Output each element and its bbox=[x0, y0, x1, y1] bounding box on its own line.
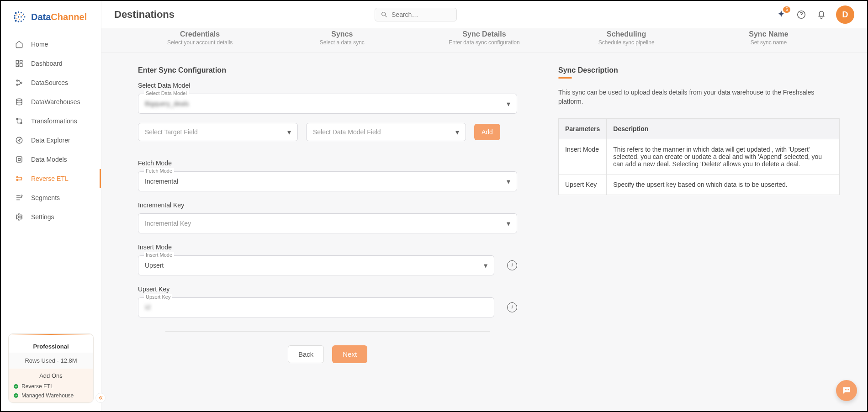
svg-point-35 bbox=[14, 393, 18, 398]
models-icon bbox=[15, 155, 24, 164]
svg-point-3 bbox=[23, 14, 24, 15]
svg-point-7 bbox=[18, 21, 19, 22]
nav: Home Dashboard DataSources DataWarehouse… bbox=[1, 33, 101, 228]
chevron-down-icon: ▾ bbox=[507, 100, 510, 108]
incremental-key-select[interactable]: Incremental Key ▾ bbox=[138, 213, 517, 233]
sidebar-item-settings[interactable]: Settings bbox=[1, 207, 101, 227]
svg-point-38 bbox=[845, 389, 846, 390]
svg-point-8 bbox=[15, 20, 16, 21]
svg-point-31 bbox=[16, 180, 18, 181]
field-label-upsert-key: Upsert Key bbox=[138, 285, 517, 293]
svg-point-25 bbox=[16, 99, 22, 101]
chevron-down-icon: ▾ bbox=[507, 219, 510, 228]
logo[interactable]: DataChannel bbox=[1, 1, 101, 33]
svg-point-6 bbox=[21, 21, 22, 22]
field-label-incremental-key: Incremental Key bbox=[138, 201, 517, 209]
svg-point-32 bbox=[21, 195, 22, 196]
table-row: Insert Mode This refers to the manner in… bbox=[559, 139, 840, 174]
step-scheduling[interactable]: Scheduling Schedule sync pipeline bbox=[556, 30, 698, 46]
sidebar-item-home[interactable]: Home bbox=[1, 35, 101, 54]
plan-addon: Managed Warehouse bbox=[9, 391, 93, 402]
data-model-select[interactable]: Select Data Model Bigquery_deals ▾ bbox=[138, 94, 517, 114]
sparkle-icon[interactable]: 6 bbox=[776, 9, 787, 20]
sidebar-item-label: Data Models bbox=[31, 156, 67, 163]
svg-point-22 bbox=[16, 80, 18, 81]
sidebar-item-transformations[interactable]: Transformations bbox=[1, 111, 101, 131]
svg-point-39 bbox=[847, 389, 847, 390]
svg-point-36 bbox=[382, 12, 386, 16]
model-field-select[interactable]: Select Data Model Field ▾ bbox=[306, 123, 466, 141]
svg-point-17 bbox=[19, 19, 20, 20]
help-icon[interactable] bbox=[796, 9, 807, 20]
bell-icon[interactable] bbox=[816, 9, 827, 20]
page-title: Destinations bbox=[114, 9, 175, 21]
svg-point-1 bbox=[18, 11, 19, 13]
insert-mode-select[interactable]: Insert Mode Upsert ▾ bbox=[138, 255, 494, 275]
step-sync-details[interactable]: Sync Details Enter data sync configurati… bbox=[413, 30, 555, 46]
sidebar-item-models[interactable]: Data Models bbox=[1, 150, 101, 169]
datasources-icon bbox=[15, 78, 24, 87]
svg-rect-21 bbox=[16, 65, 18, 67]
svg-point-27 bbox=[21, 122, 22, 124]
chat-fab[interactable] bbox=[836, 380, 857, 401]
upsert-key-input[interactable]: Upsert Key id bbox=[138, 297, 494, 317]
svg-rect-29 bbox=[16, 157, 22, 162]
sidebar-item-label: Transformations bbox=[31, 117, 77, 125]
svg-point-4 bbox=[24, 16, 26, 17]
svg-point-24 bbox=[21, 82, 22, 84]
svg-point-33 bbox=[18, 216, 21, 218]
sidebar-item-explorer[interactable]: Data Explorer bbox=[1, 131, 101, 150]
table-row: Upsert Key Specify the upsert key based … bbox=[559, 174, 840, 195]
step-sync-name[interactable]: Sync Name Set sync name bbox=[698, 30, 840, 46]
svg-point-14 bbox=[19, 14, 20, 15]
warehouse-icon bbox=[15, 97, 24, 106]
sidebar-item-label: Home bbox=[31, 41, 48, 48]
svg-point-40 bbox=[848, 389, 849, 390]
back-button[interactable]: Back bbox=[288, 345, 324, 363]
field-label-insert-mode: Insert Mode bbox=[138, 243, 517, 251]
gear-icon bbox=[15, 212, 24, 222]
info-icon[interactable]: i bbox=[507, 302, 517, 312]
avatar[interactable]: D bbox=[836, 5, 854, 24]
sidebar-item-label: Dashboard bbox=[31, 60, 63, 67]
search-input[interactable] bbox=[392, 11, 451, 18]
chevron-down-icon: ▾ bbox=[484, 261, 487, 270]
sidebar-item-segments[interactable]: Segments bbox=[1, 188, 101, 207]
check-icon bbox=[13, 393, 19, 398]
plan-card: Professional Rows Used - 12.8M Add Ons R… bbox=[8, 333, 94, 403]
plan-addon: Reverse ETL bbox=[9, 382, 93, 391]
svg-point-34 bbox=[14, 384, 18, 389]
sidebar-item-reverse-etl[interactable]: Reverse ETL bbox=[1, 169, 101, 188]
desc-text: This sync can be used to upload deals de… bbox=[558, 88, 840, 106]
explorer-icon bbox=[15, 136, 24, 145]
sidebar-item-label: Data Explorer bbox=[31, 137, 70, 144]
th-parameters: Parameters bbox=[559, 118, 607, 139]
sidebar-item-label: Settings bbox=[31, 213, 54, 221]
field-label-data-model: Select Data Model bbox=[138, 82, 517, 89]
sidebar-item-datasources[interactable]: DataSources bbox=[1, 73, 101, 92]
section-head: Enter Sync Configuration bbox=[138, 66, 517, 74]
chevron-down-icon: ▾ bbox=[455, 128, 459, 137]
sidebar-item-dashboard[interactable]: Dashboard bbox=[1, 54, 101, 73]
search-input-wrap[interactable] bbox=[375, 8, 457, 21]
svg-point-0 bbox=[15, 12, 16, 14]
svg-point-16 bbox=[16, 18, 17, 19]
svg-point-10 bbox=[14, 15, 16, 17]
sidebar-collapse-button[interactable] bbox=[95, 393, 106, 403]
svg-point-13 bbox=[16, 15, 17, 16]
next-button[interactable]: Next bbox=[332, 345, 367, 363]
plan-rows: Rows Used - 12.8M bbox=[9, 353, 93, 369]
sidebar-item-label: Reverse ETL bbox=[31, 175, 69, 182]
info-icon[interactable]: i bbox=[507, 260, 517, 270]
fetch-mode-select[interactable]: Fetch Mode Incremental ▾ bbox=[138, 171, 517, 191]
target-field-select[interactable]: Select Target Field ▾ bbox=[138, 123, 298, 141]
sidebar-item-warehouses[interactable]: DataWarehouses bbox=[1, 92, 101, 111]
add-mapping-button[interactable]: Add bbox=[474, 124, 500, 140]
svg-point-30 bbox=[16, 177, 18, 178]
dashboard-icon bbox=[15, 59, 24, 68]
step-credentials[interactable]: Credentials Select your account details bbox=[129, 30, 271, 46]
sidebar-item-label: DataWarehouses bbox=[31, 98, 80, 106]
reverse-etl-icon bbox=[15, 174, 24, 183]
sidebar-item-label: DataSources bbox=[31, 79, 68, 86]
step-syncs[interactable]: Syncs Select a data sync bbox=[271, 30, 413, 46]
